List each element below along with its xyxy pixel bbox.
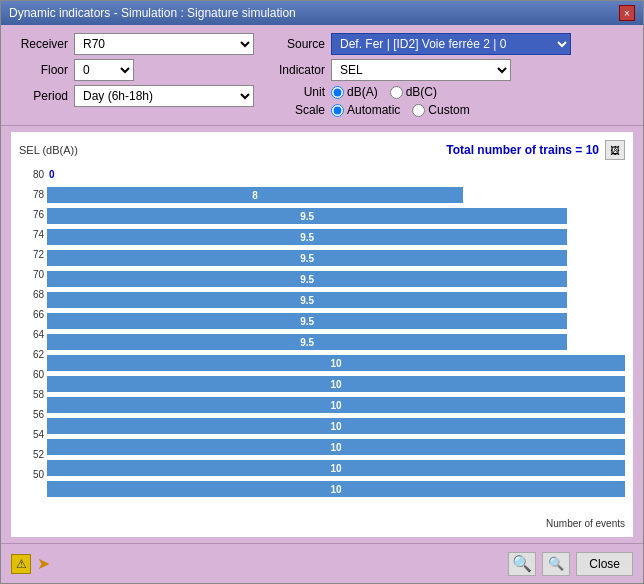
- bars-area: 089.59.59.59.59.59.59.510101010101010: [47, 164, 625, 516]
- main-window: Dynamic indicators - Simulation : Signat…: [0, 0, 644, 584]
- bottom-bar: ⚠ ➤ 🔍 🔍 Close: [1, 543, 643, 583]
- indicator-label: Indicator: [270, 63, 325, 77]
- bar-row-78: 8: [47, 185, 625, 205]
- bar-row-80: 0: [47, 164, 625, 184]
- total-trains-label: Total number of trains = 10: [446, 143, 599, 157]
- indicator-row: Indicator SEL: [270, 59, 631, 81]
- controls-area: Receiver R70 Floor 0 Period Day (6h-18h): [1, 25, 643, 126]
- source-label: Source: [270, 37, 325, 51]
- bar-row-52: 10: [47, 458, 625, 478]
- bar-row-62: 10: [47, 353, 625, 373]
- unit-label: Unit: [270, 85, 325, 99]
- bar-64: 9.5: [47, 334, 567, 350]
- y-tick-70: 70: [19, 264, 47, 284]
- close-button[interactable]: Close: [576, 552, 633, 576]
- bar-78: 8: [47, 187, 463, 203]
- bar-row-76: 9.5: [47, 206, 625, 226]
- floor-select[interactable]: 0: [74, 59, 134, 81]
- bar-row-56: 10: [47, 416, 625, 436]
- bar-62: 10: [47, 355, 625, 371]
- scale-auto-item[interactable]: Automatic: [331, 103, 400, 117]
- bar-row-70: 9.5: [47, 269, 625, 289]
- bar-row-72: 9.5: [47, 248, 625, 268]
- left-controls: Receiver R70 Floor 0 Period Day (6h-18h): [13, 33, 254, 117]
- bottom-left: ⚠ ➤: [11, 554, 50, 574]
- unit-dba-label: dB(A): [347, 85, 378, 99]
- chart-image-button[interactable]: 🖼: [605, 140, 625, 160]
- bar-54: 10: [47, 439, 625, 455]
- bar-72: 9.5: [47, 250, 567, 266]
- bar-50: 10: [47, 481, 625, 497]
- scale-custom-item[interactable]: Custom: [412, 103, 469, 117]
- zoom-out-button[interactable]: 🔍: [542, 552, 570, 576]
- receiver-row: Receiver R70: [13, 33, 254, 55]
- x-axis-label: Number of events: [19, 518, 625, 529]
- y-tick-56: 56: [19, 404, 47, 424]
- scale-row: Scale Automatic Custom: [270, 103, 631, 117]
- y-tick-74: 74: [19, 224, 47, 244]
- bar-row-64: 9.5: [47, 332, 625, 352]
- bar-70: 9.5: [47, 271, 567, 287]
- bar-row-50: 10: [47, 479, 625, 499]
- unit-dba-radio[interactable]: [331, 86, 344, 99]
- receiver-label: Receiver: [13, 37, 68, 51]
- bottom-right: 🔍 🔍 Close: [508, 552, 633, 576]
- unit-dbc-label: dB(C): [406, 85, 437, 99]
- unit-dbc-item[interactable]: dB(C): [390, 85, 437, 99]
- scale-custom-label: Custom: [428, 103, 469, 117]
- y-tick-66: 66: [19, 304, 47, 324]
- warning-icon: ⚠: [11, 554, 31, 574]
- bar-row-66: 9.5: [47, 311, 625, 331]
- period-row: Period Day (6h-18h): [13, 85, 254, 107]
- y-tick-52: 52: [19, 444, 47, 464]
- y-tick-76: 76: [19, 204, 47, 224]
- floor-row: Floor 0: [13, 59, 254, 81]
- bar-row-68: 9.5: [47, 290, 625, 310]
- bar-zero-80: 0: [49, 169, 55, 180]
- y-tick-50: 50: [19, 464, 47, 484]
- bar-52: 10: [47, 460, 625, 476]
- unit-row: Unit dB(A) dB(C): [270, 85, 631, 99]
- zoom-in-button[interactable]: 🔍: [508, 552, 536, 576]
- bar-row-74: 9.5: [47, 227, 625, 247]
- y-tick-58: 58: [19, 384, 47, 404]
- scale-radio-group: Automatic Custom: [331, 103, 470, 117]
- chart-area: SEL (dB(A)) Total number of trains = 10 …: [11, 132, 633, 537]
- scale-label: Scale: [270, 103, 325, 117]
- period-select[interactable]: Day (6h-18h): [74, 85, 254, 107]
- bar-row-58: 10: [47, 395, 625, 415]
- bar-60: 10: [47, 376, 625, 392]
- y-tick-78: 78: [19, 184, 47, 204]
- chart-header: SEL (dB(A)) Total number of trains = 10 …: [19, 140, 625, 160]
- y-tick-64: 64: [19, 324, 47, 344]
- chart-content: 80787674727068666462605856545250 089.59.…: [19, 164, 625, 516]
- receiver-select[interactable]: R70: [74, 33, 254, 55]
- scale-auto-radio[interactable]: [331, 104, 344, 117]
- right-controls: Source Def. Fer | [ID2] Voie ferrée 2 | …: [270, 33, 631, 117]
- indicator-select[interactable]: SEL: [331, 59, 511, 81]
- y-tick-60: 60: [19, 364, 47, 384]
- arrow-icon: ➤: [37, 554, 50, 573]
- y-tick-54: 54: [19, 424, 47, 444]
- chart-y-label: SEL (dB(A)): [19, 144, 78, 156]
- bar-row-54: 10: [47, 437, 625, 457]
- floor-label: Floor: [13, 63, 68, 77]
- window-title: Dynamic indicators - Simulation : Signat…: [9, 6, 296, 20]
- scale-custom-radio[interactable]: [412, 104, 425, 117]
- scale-auto-label: Automatic: [347, 103, 400, 117]
- bar-68: 9.5: [47, 292, 567, 308]
- unit-radio-group: dB(A) dB(C): [331, 85, 437, 99]
- unit-dba-item[interactable]: dB(A): [331, 85, 378, 99]
- bar-56: 10: [47, 418, 625, 434]
- source-row: Source Def. Fer | [ID2] Voie ferrée 2 | …: [270, 33, 631, 55]
- bar-58: 10: [47, 397, 625, 413]
- y-tick-62: 62: [19, 344, 47, 364]
- period-label: Period: [13, 89, 68, 103]
- source-select[interactable]: Def. Fer | [ID2] Voie ferrée 2 | 0: [331, 33, 571, 55]
- bar-66: 9.5: [47, 313, 567, 329]
- unit-dbc-radio[interactable]: [390, 86, 403, 99]
- chart-inner: 80787674727068666462605856545250 089.59.…: [19, 164, 625, 529]
- close-window-button[interactable]: ×: [619, 5, 635, 21]
- bar-74: 9.5: [47, 229, 567, 245]
- title-bar: Dynamic indicators - Simulation : Signat…: [1, 1, 643, 25]
